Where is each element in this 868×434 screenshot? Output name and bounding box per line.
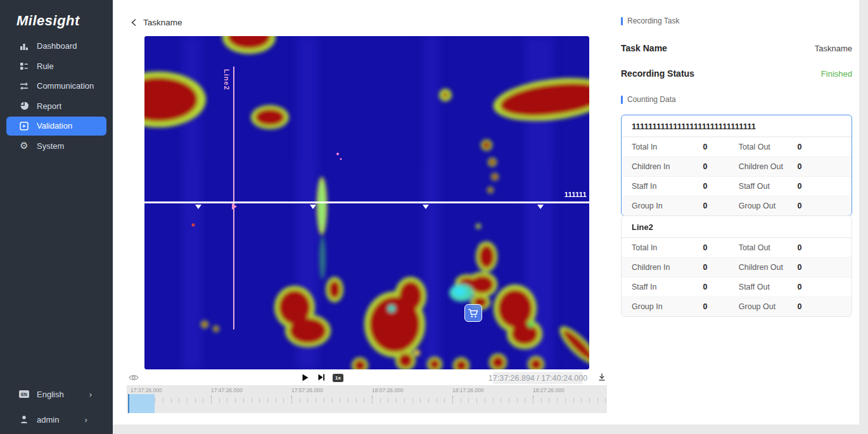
line-direction-marker xyxy=(310,205,316,209)
timeline-track[interactable]: 17:37:26.000 17:47:26.000 17:57:26.000 1… xyxy=(127,385,607,413)
sidebar-item-label: Communication xyxy=(37,81,94,91)
counting-row: Total In 0 Total Out 0 xyxy=(622,238,852,257)
user-menu[interactable]: admin › xyxy=(0,411,113,428)
counting-data-section-header: Counting Data xyxy=(621,95,676,104)
metric-label: Children Out xyxy=(739,263,798,272)
section-accent-bar xyxy=(621,96,623,104)
download-button[interactable] xyxy=(597,373,606,381)
recording-status-row: Recording Status Finished xyxy=(621,68,852,79)
sidebar-item-report[interactable]: Report xyxy=(6,96,106,115)
metric-label: Group Out xyxy=(739,302,798,311)
show-hide-overlay-button[interactable] xyxy=(129,374,139,381)
communication-icon xyxy=(19,81,29,91)
timeline-tick-label: 17:47:26.000 xyxy=(211,387,243,393)
metric-label: Group In xyxy=(632,201,703,210)
metric-value: 0 xyxy=(703,143,739,151)
sidebar-item-system[interactable]: ⚙ System xyxy=(6,136,106,155)
validation-icon xyxy=(19,121,29,131)
metric-value: 0 xyxy=(703,182,739,191)
line2-detection-line xyxy=(233,67,234,329)
recording-status-value: Finished xyxy=(821,69,852,79)
back-icon xyxy=(131,18,137,27)
metric-label: Total Out xyxy=(739,143,798,151)
line-direction-marker xyxy=(423,205,429,209)
download-icon xyxy=(597,373,606,381)
metric-label: Children In xyxy=(632,162,703,171)
video-player[interactable]: Line2 111111 xyxy=(144,36,589,369)
app-root: Milesight Dashboard Rule Communication xyxy=(0,0,868,434)
section-accent-bar xyxy=(621,17,623,25)
task-name-value: Taskname xyxy=(815,44,852,53)
recording-task-section-header: Recording Task xyxy=(621,16,680,25)
counting-card-line2[interactable]: Line2 Total In 0 Total Out 0 Children In… xyxy=(621,215,852,317)
metric-label: Total In xyxy=(632,243,703,252)
recording-status-label: Recording Status xyxy=(621,68,694,79)
rule-icon xyxy=(19,61,29,71)
metric-value: 0 xyxy=(703,302,739,311)
metric-value: 0 xyxy=(797,162,841,171)
brand-logo: Milesight xyxy=(16,13,80,29)
timeline-tick-label: 18:27:26.000 xyxy=(533,387,565,393)
next-frame-icon xyxy=(318,374,325,381)
counting-row: Children In 0 Children Out 0 xyxy=(622,156,852,176)
line-direction-marker xyxy=(537,205,544,209)
metric-value: 0 xyxy=(703,201,739,210)
counting-card-line1[interactable]: 111111111111111111111111111111 Total In … xyxy=(621,115,852,216)
metric-value: 0 xyxy=(797,263,841,272)
line1-overlay-label: 111111 xyxy=(565,191,587,198)
metric-label: Group In xyxy=(632,302,703,311)
metric-label: Children In xyxy=(632,263,703,272)
counting-row: Staff In 0 Staff Out 0 xyxy=(622,176,852,196)
main-content: Taskname xyxy=(113,0,859,424)
language-label: English xyxy=(37,390,64,399)
sidebar-item-label: Rule xyxy=(37,61,54,71)
sidebar-item-rule[interactable]: Rule xyxy=(6,56,106,75)
playback-speed-button[interactable]: 1x xyxy=(333,374,343,382)
sidebar-item-label: Validation xyxy=(37,121,72,131)
play-button[interactable] xyxy=(302,374,309,381)
section-title: Recording Task xyxy=(627,16,680,25)
counting-row: Total In 0 Total Out 0 xyxy=(622,137,852,156)
playback-speed-label: 1x xyxy=(335,375,341,381)
line2-overlay-label: Line2 xyxy=(223,69,231,91)
sidebar-item-label: System xyxy=(37,141,64,151)
counting-row: Children In 0 Children Out 0 xyxy=(622,257,852,277)
counting-row: Group In 0 Group Out 0 xyxy=(622,297,852,316)
sidebar-item-validation[interactable]: Validation xyxy=(6,117,106,136)
line2-direction-marker xyxy=(232,203,237,210)
counting-row: Group In 0 Group Out 0 xyxy=(622,196,852,215)
metric-label: Group Out xyxy=(739,201,798,210)
report-icon xyxy=(19,101,29,111)
timeline-tick-label: 18:17:26.000 xyxy=(452,387,484,393)
user-icon xyxy=(19,414,29,424)
page-title: Taskname xyxy=(143,18,182,27)
sidebar-item-label: Report xyxy=(37,101,61,111)
timeline-tick-label: 17:37:26.000 xyxy=(131,387,162,393)
metric-value: 0 xyxy=(797,182,841,191)
user-label: admin xyxy=(37,415,59,424)
metric-label: Children Out xyxy=(739,162,798,171)
line-direction-marker xyxy=(195,205,201,209)
metric-value: 0 xyxy=(797,283,841,291)
metric-label: Total In xyxy=(632,143,703,151)
back-button[interactable]: Taskname xyxy=(131,18,182,27)
metric-value: 0 xyxy=(797,143,841,151)
line1-detection-line xyxy=(144,201,589,203)
metric-value: 0 xyxy=(797,243,841,252)
sidebar-item-communication[interactable]: Communication xyxy=(6,77,106,96)
sidebar-item-dashboard[interactable]: Dashboard xyxy=(6,37,106,56)
metric-label: Staff Out xyxy=(739,283,798,291)
counting-card-title: 111111111111111111111111111111 xyxy=(622,115,852,137)
metric-label: Staff In xyxy=(632,283,703,291)
metric-label: Staff Out xyxy=(739,182,798,191)
next-frame-button[interactable] xyxy=(318,374,325,381)
language-selector[interactable]: EN English › xyxy=(0,385,113,403)
shopping-cart-icon xyxy=(468,309,478,318)
sidebar-item-label: Dashboard xyxy=(37,41,77,51)
metric-label: Staff In xyxy=(632,182,703,191)
counting-row: Staff In 0 Staff Out 0 xyxy=(622,277,852,297)
metric-value: 0 xyxy=(797,302,841,311)
cart-marker-button[interactable] xyxy=(464,304,482,322)
metric-value: 0 xyxy=(703,162,739,171)
task-name-row: Task Name Taskname xyxy=(621,43,852,53)
